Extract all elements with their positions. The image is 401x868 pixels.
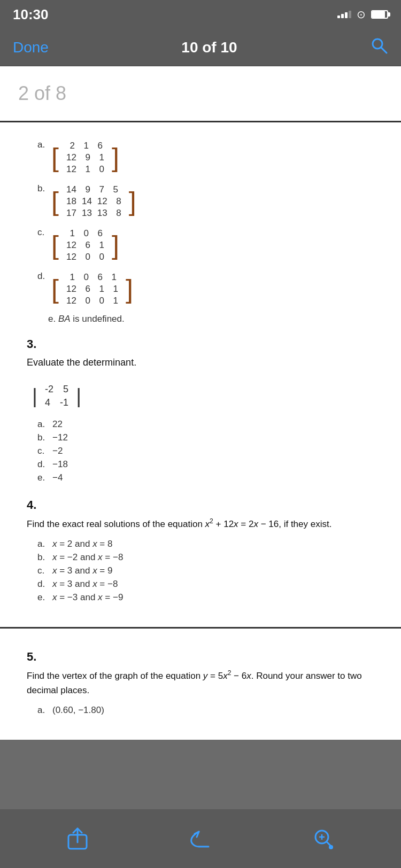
q2-option-a-letter: a. [37, 138, 47, 150]
q4-text: Find the exact real solutions of the equ… [27, 516, 374, 531]
question-4: 4. Find the exact real solutions of the … [27, 498, 374, 603]
q3-determinant: -2 5 4 -1 [32, 382, 81, 410]
q3-options: a. 22 b. −12 c. −2 d. −18 e. −4 [27, 419, 374, 483]
det-row: 4 -1 [45, 397, 68, 408]
matrix-row: 14 9 7 5 [66, 184, 121, 195]
question-3: 3. Evaluate the determinant. -2 5 4 -1 a… [27, 337, 374, 483]
q2-option-d-letter: d. [37, 270, 47, 282]
matrix-row: 12 6 1 1 [66, 284, 118, 294]
q2-option-e: e. BA is undefined. [37, 314, 374, 324]
status-time: 10:30 [13, 6, 49, 23]
back-button[interactable] [184, 823, 217, 855]
list-item: e. −4 [37, 472, 374, 483]
list-item: a. 22 [37, 419, 374, 430]
q5-options: a. (0.60, −1.80) [27, 705, 374, 716]
list-item: e. x = −3 and x = −9 [37, 592, 374, 603]
search-icon[interactable] [370, 36, 388, 58]
wifi-icon: ⊙ [357, 8, 366, 21]
q4-options: a. x = 2 and x = 8 b. x = −2 and x = −8 … [27, 539, 374, 603]
done-button[interactable]: Done [13, 39, 49, 56]
q4-number: 4. [27, 498, 374, 512]
q2-option-b-letter: b. [37, 182, 47, 194]
matrix-row: 12 9 1 [66, 152, 104, 163]
page-indicator-area: 2 of 8 [0, 66, 401, 122]
list-item: c. x = 3 and x = 9 [37, 565, 374, 576]
status-bar: 10:30 ⊙ [0, 0, 401, 29]
list-item: c. −2 [37, 446, 374, 456]
question-5: 5. Find the vertex of the graph of the e… [27, 650, 374, 716]
matrix-row: 1 0 6 [66, 228, 104, 239]
matrix-row: 17 13 13 8 [66, 208, 121, 219]
question-2-matrices: a. 2 1 6 12 9 1 12 1 [27, 138, 374, 324]
q2-option-d: d. 1 0 6 1 12 6 1 1 1 [37, 270, 374, 308]
bottom-toolbar [0, 809, 401, 868]
share-button[interactable] [61, 823, 94, 855]
q2-matrix-a: 2 1 6 12 9 1 12 1 0 [51, 138, 119, 177]
q2-matrix-c: 1 0 6 12 6 1 12 0 0 [51, 226, 119, 265]
q5-text: Find the vertex of the graph of the equa… [27, 668, 374, 698]
battery-icon [371, 10, 388, 19]
content-area-main: a. 2 1 6 12 9 1 12 1 [0, 122, 401, 629]
matrix-row: 12 0 0 1 [66, 296, 118, 306]
list-item: a. (0.60, −1.80) [37, 705, 374, 716]
matrix-row: 18 14 12 8 [66, 196, 121, 207]
svg-point-8 [329, 845, 333, 849]
zoom-button[interactable] [307, 823, 340, 855]
matrix-row: 2 1 6 [66, 141, 104, 151]
status-icons: ⊙ [337, 8, 388, 21]
q2-option-b: b. 14 9 7 5 18 14 12 8 [37, 182, 374, 221]
list-item: b. −12 [37, 432, 374, 443]
q2-matrix-b: 14 9 7 5 18 14 12 8 17 13 13 [51, 182, 136, 221]
det-row: -2 5 [45, 384, 68, 395]
list-item: b. x = −2 and x = −8 [37, 552, 374, 563]
header-title: 10 of 10 [181, 39, 237, 56]
matrix-row: 1 0 6 1 [66, 272, 118, 283]
header: Done 10 of 10 [0, 29, 401, 66]
bottom-spacer [0, 740, 401, 818]
list-item: a. x = 2 and x = 8 [37, 539, 374, 549]
q2-option-a: a. 2 1 6 12 9 1 12 1 [37, 138, 374, 177]
q3-text: Evaluate the determinant. [27, 355, 374, 370]
content-area-q5: 5. Find the vertex of the graph of the e… [0, 629, 401, 740]
list-item: d. −18 [37, 459, 374, 470]
q2-option-c: c. 1 0 6 12 6 1 12 0 [37, 226, 374, 265]
q3-number: 3. [27, 337, 374, 351]
svg-line-1 [381, 48, 387, 53]
signal-icon [337, 11, 351, 18]
q2-matrix-d: 1 0 6 1 12 6 1 1 12 0 0 [51, 270, 133, 308]
page-indicator-text: 2 of 8 [18, 82, 66, 104]
matrix-row: 12 0 0 [66, 252, 104, 262]
q2-option-c-letter: c. [37, 226, 47, 238]
q5-number: 5. [27, 650, 374, 664]
matrix-row: 12 6 1 [66, 240, 104, 251]
matrix-row: 12 1 0 [66, 164, 104, 175]
list-item: d. x = 3 and x = −8 [37, 579, 374, 590]
